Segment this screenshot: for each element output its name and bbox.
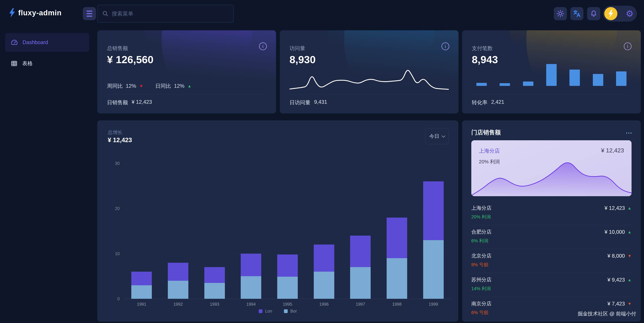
store-name: 上海分店 (471, 205, 492, 211)
stat-footer: 日销售额¥ 12,423 (107, 99, 152, 106)
store-profit-label: 20% 利润 (471, 214, 632, 220)
x-axis-label: 1995 (283, 302, 292, 307)
x-axis-label: 1994 (246, 302, 256, 307)
growth-title: 总增长 (108, 129, 122, 136)
lightning-logo-icon (9, 8, 16, 18)
legend-item-lon[interactable]: Lon (259, 309, 272, 313)
sidebar-toggle-button[interactable] (83, 7, 96, 20)
gauge-icon (11, 39, 18, 46)
info-icon[interactable]: i (259, 43, 267, 50)
mini-bar (593, 74, 603, 86)
trend-indicators: 周同比12% ▼ 日同比12% ▲ (107, 83, 192, 90)
hamburger-icon (86, 11, 92, 17)
bar-segment-bor (131, 285, 152, 299)
store-row[interactable]: 苏州分店¥ 9,423▲14% 利润 (471, 273, 632, 297)
bar-segment-bor (277, 277, 298, 299)
search-icon (102, 11, 108, 17)
stat-title: 支付笔数 (472, 45, 493, 52)
info-icon[interactable]: i (442, 43, 449, 50)
sidebar-item-label: Dashboard (22, 40, 48, 46)
y-axis-label: 30 (110, 161, 120, 166)
x-axis-label: 1999 (429, 302, 438, 307)
search-input[interactable] (112, 11, 228, 17)
date-range-dropdown[interactable]: 今日 (425, 128, 448, 144)
store-sales-card: 门店销售额 上海分店 ¥ 12,423 20% 利润 上海分店¥ 12,423▲… (462, 120, 641, 322)
store-row[interactable]: 北京分店¥ 8,000▼8% 亏损 (471, 249, 632, 273)
y-axis-label: 0 (110, 296, 120, 301)
sidebar-item-label: 表格 (22, 60, 33, 67)
stat-value: 8,943 (472, 54, 498, 66)
legend-swatch (284, 309, 288, 313)
divider (107, 95, 266, 95)
sun-icon (556, 10, 564, 18)
store-name: 合肥分店 (471, 228, 492, 235)
growth-value: ¥ 12,423 (108, 137, 132, 144)
bar-segment-bor (423, 240, 444, 299)
bar-group (423, 163, 444, 299)
stacked-bar-chart: 0102030199119921993199419951996199719981… (124, 163, 452, 299)
settings-gear-icon[interactable]: ⚙ (626, 9, 634, 18)
card-decoration (145, 30, 252, 81)
mini-bar (476, 83, 487, 86)
more-icon[interactable] (626, 132, 632, 134)
legend-item-bor[interactable]: Bor (284, 309, 297, 313)
avatar-lightning-icon (608, 10, 614, 18)
sidebar-item-table[interactable]: 表格 (5, 56, 89, 71)
store-name: 北京分店 (471, 252, 492, 259)
trend-down-icon: ▼ (628, 301, 632, 306)
bar-group (241, 163, 261, 299)
notifications-button[interactable] (587, 7, 600, 20)
sidebar-item-dashboard[interactable]: Dashboard (5, 33, 89, 52)
translate-icon (573, 10, 581, 18)
bar-group (131, 163, 152, 299)
menu-search (97, 5, 234, 23)
trend-up-icon: ▲ (628, 206, 632, 210)
x-axis-label: 1998 (392, 302, 402, 307)
day-trend: 日同比12% ▲ (155, 83, 192, 90)
store-profit-label: 14% 利润 (471, 286, 632, 292)
theme-toggle-button[interactable] (554, 7, 567, 20)
bar-segment-bor (314, 272, 334, 299)
store-name: 苏州分店 (471, 276, 492, 283)
x-axis-label: 1996 (319, 302, 329, 307)
dashboard-page: fluxy-admin (0, 0, 644, 323)
divider (472, 95, 631, 95)
bar-segment-lon (314, 244, 334, 272)
visits-card: 访问量 i 8,930 日访问量9,431 (280, 30, 458, 114)
bar-segment-lon (277, 254, 298, 276)
language-switch-button[interactable] (570, 7, 584, 20)
payments-minibar-chart (476, 64, 626, 86)
bar-segment-bor (350, 267, 371, 299)
store-value: ¥ 9,423▲ (608, 277, 632, 283)
bar-segment-lon (168, 263, 188, 281)
bar-segment-lon (350, 236, 371, 267)
table-icon (11, 60, 18, 67)
payments-card: 支付笔数 i 8,943 转化率2,421 (462, 30, 641, 114)
avatar (604, 7, 618, 20)
visits-sparkline-chart (290, 65, 449, 92)
bar-group (277, 163, 298, 299)
store-row[interactable]: 合肥分店¥ 10,000▲6% 利润 (471, 225, 632, 249)
store-value: ¥ 12,423▲ (604, 205, 632, 211)
week-trend: 周同比12% ▼ (107, 83, 143, 90)
user-menu[interactable]: ⚙ (603, 6, 637, 22)
store-name: 南京分店 (471, 300, 492, 307)
bar-segment-bor (168, 281, 188, 299)
bar-segment-lon (131, 272, 152, 285)
bell-icon (590, 10, 597, 17)
stat-value: 8,930 (290, 54, 316, 66)
info-icon[interactable]: i (624, 43, 632, 50)
bar-group (204, 163, 225, 299)
gridline (124, 299, 452, 299)
store-sales-header: 门店销售额 (471, 129, 632, 136)
trend-up-icon: ▲ (628, 230, 632, 234)
trend-up-icon: ▲ (628, 277, 632, 282)
x-axis-label: 1997 (356, 302, 365, 307)
app-logo: fluxy-admin (9, 8, 62, 18)
bar-group (350, 163, 371, 299)
store-row[interactable]: 上海分店¥ 12,423▲20% 利润 (471, 201, 632, 225)
bar-segment-bor (241, 276, 261, 299)
x-axis-label: 1993 (210, 302, 219, 307)
store-list: 上海分店¥ 12,423▲20% 利润合肥分店¥ 10,000▲6% 利润北京分… (471, 201, 632, 321)
bar-segment-lon (423, 181, 444, 240)
